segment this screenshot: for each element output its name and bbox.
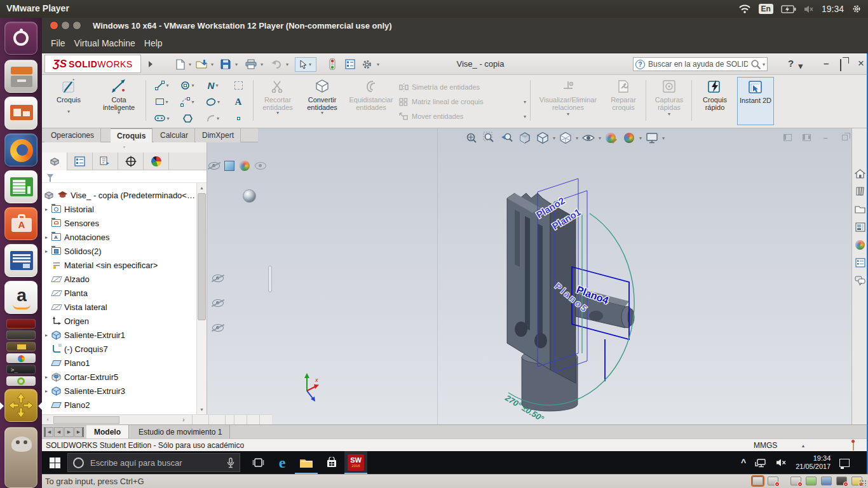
vmware-player-icon[interactable] xyxy=(4,389,37,422)
start-button[interactable] xyxy=(43,451,66,474)
scroll-right-arrow[interactable]: › xyxy=(179,416,188,424)
arc-dropdown[interactable]: ▾ xyxy=(191,99,194,105)
rectangle-tool[interactable]: ▾ xyxy=(150,94,174,109)
rebuild-traffic-light-icon[interactable] xyxy=(325,57,339,71)
battery-icon[interactable] xyxy=(781,5,796,13)
spline-tool[interactable]: N ▾ xyxy=(201,78,225,93)
tray-chevron-icon[interactable]: ^ xyxy=(741,458,746,468)
select-tool-button[interactable]: ▾ xyxy=(295,57,316,72)
configuration-manager-tab[interactable] xyxy=(93,152,118,170)
stacked-app-icon[interactable] xyxy=(6,353,36,363)
polygon-tool[interactable] xyxy=(175,111,200,126)
tree-root-item[interactable]: Vise_ - copia (Predeterminado<<Pre xyxy=(42,188,196,202)
slot-dropdown[interactable]: ▾ xyxy=(166,116,169,121)
units-dropdown-arrow[interactable]: ▴ xyxy=(802,443,804,449)
stacked-app-icon[interactable] xyxy=(6,319,36,329)
feature-manager-tab[interactable] xyxy=(42,152,67,170)
libreoffice-calc-icon[interactable] xyxy=(4,170,37,203)
vmware-minimize-button[interactable] xyxy=(61,21,70,30)
resize-grip[interactable] xyxy=(859,480,867,486)
dimxpert-manager-tab[interactable] xyxy=(118,152,144,170)
windows-store-button[interactable] xyxy=(320,451,343,474)
files-icon[interactable] xyxy=(4,60,37,93)
network-icon[interactable] xyxy=(755,458,767,468)
display-style-dropdown[interactable]: ▾ xyxy=(576,135,578,141)
solidworks-logo[interactable]: ƷS SOLIDWORKS xyxy=(44,55,141,73)
vm-usb-icon[interactable] xyxy=(821,477,832,485)
scroll-down-icon[interactable]: ▾ xyxy=(197,405,207,414)
edge-browser-button[interactable]: e xyxy=(271,451,294,474)
tree-item-sensores[interactable]: Sensores xyxy=(42,216,196,230)
session-gear-icon[interactable] xyxy=(851,4,862,14)
help-dropdown[interactable]: ▾ xyxy=(798,61,803,71)
scroll-up-icon[interactable]: ▴ xyxy=(197,183,207,193)
options-dropdown[interactable]: ▾ xyxy=(371,57,385,71)
panel-splitter-handle[interactable] xyxy=(268,266,272,292)
rapid-sketch-button[interactable]: Croquis rápido xyxy=(695,77,735,125)
design-library-icon[interactable] xyxy=(853,184,867,198)
tree-item-saliente-extruir1[interactable]: ▸ Saliente-Extruir1 xyxy=(42,328,196,342)
hscrollbar-thumb[interactable] xyxy=(53,416,119,424)
sketch-button[interactable]: * Croquis ▾ xyxy=(48,77,90,125)
tree-item-vista-lateral[interactable]: Vista lateral xyxy=(42,300,196,314)
display-style-icon[interactable] xyxy=(558,130,573,146)
model-tab[interactable]: Modelo xyxy=(86,425,129,439)
motion-study-tab[interactable]: Estudio de movimiento 1 xyxy=(131,425,230,439)
ellipse-tool[interactable]: ▾ xyxy=(201,94,225,109)
taskbar-search-input[interactable] xyxy=(89,458,227,468)
appearance-sphere-icon[interactable] xyxy=(239,160,250,172)
minimize-button[interactable]: – xyxy=(824,58,829,68)
previous-view-icon[interactable] xyxy=(499,130,515,146)
ubuntu-dash-icon[interactable] xyxy=(4,22,37,55)
view-orientation-dropdown[interactable]: ▾ xyxy=(553,135,555,141)
sketch-dropdown[interactable]: ▾ xyxy=(67,109,70,114)
custom-properties-icon[interactable] xyxy=(853,255,867,269)
hidden-plane-eye-icon[interactable] xyxy=(212,324,224,332)
file-properties-icon[interactable] xyxy=(343,57,357,71)
file-explorer-icon[interactable] xyxy=(853,202,867,216)
task-view-button[interactable] xyxy=(247,451,269,474)
amazon-icon[interactable]: a xyxy=(4,281,37,314)
expander-icon[interactable]: ▸ xyxy=(42,207,51,212)
close-button[interactable]: × xyxy=(858,58,864,68)
search-input[interactable] xyxy=(647,59,749,69)
zoom-to-fit-icon[interactable] xyxy=(464,130,479,146)
menu-file[interactable]: File xyxy=(51,38,65,48)
search-dropdown[interactable]: ▾ xyxy=(763,62,765,67)
vise-3d-model[interactable]: Plano2 Plano1 Plano4 Plano5 270° ±0.50° xyxy=(483,178,750,432)
viewport-restore-icon[interactable] xyxy=(837,130,851,144)
restore-button[interactable] xyxy=(840,60,841,70)
gimp-icon[interactable] xyxy=(4,427,37,488)
open-dropdown[interactable]: ▾ xyxy=(205,57,219,71)
apply-scene-dropdown[interactable]: ▾ xyxy=(639,135,642,141)
hide-component-icon[interactable] xyxy=(208,162,220,170)
pane-left-icon[interactable] xyxy=(780,130,794,144)
edit-appearance-icon[interactable] xyxy=(604,130,619,146)
expander-icon[interactable]: ▸ xyxy=(42,234,51,240)
wifi-icon[interactable] xyxy=(738,4,751,14)
solidworks-taskbar-button[interactable]: SW2016 xyxy=(344,451,367,474)
vm-harddisk-icon[interactable] xyxy=(752,477,763,485)
expander-icon[interactable]: ▸ xyxy=(42,374,51,380)
tree-item-planta[interactable]: Planta xyxy=(42,286,196,300)
property-manager-tab[interactable] xyxy=(67,152,93,170)
libreoffice-impress-icon[interactable] xyxy=(4,97,37,130)
hidden-plane-eye-icon[interactable] xyxy=(212,274,224,282)
material-preview-ball[interactable] xyxy=(243,189,256,203)
tree-item-anotaciones[interactable]: ▸ A Anotaciones xyxy=(42,230,196,244)
tray-volume-muted-icon[interactable] xyxy=(776,458,787,467)
tree-item-plano1[interactable]: Plano1 xyxy=(42,356,196,370)
tree-item-historial[interactable]: ▸ Historial xyxy=(42,202,196,216)
tag-icon[interactable] xyxy=(853,440,854,451)
tab-calcular[interactable]: Calcular xyxy=(154,128,195,142)
last-tab-button[interactable]: ▶ xyxy=(74,427,84,437)
unit-system[interactable]: MMGS xyxy=(754,441,792,450)
vm-printer-icon[interactable]: × xyxy=(790,477,801,485)
first-tab-button[interactable]: ◀ xyxy=(44,427,53,437)
vmware-close-button[interactable] xyxy=(50,21,58,30)
clock[interactable]: 19:34 xyxy=(822,4,844,14)
save-dropdown[interactable]: ▾ xyxy=(229,57,243,71)
display-manager-tab[interactable] xyxy=(144,152,169,170)
arc-tool[interactable]: ▾ xyxy=(175,94,200,109)
section-view-icon[interactable] xyxy=(517,130,532,146)
